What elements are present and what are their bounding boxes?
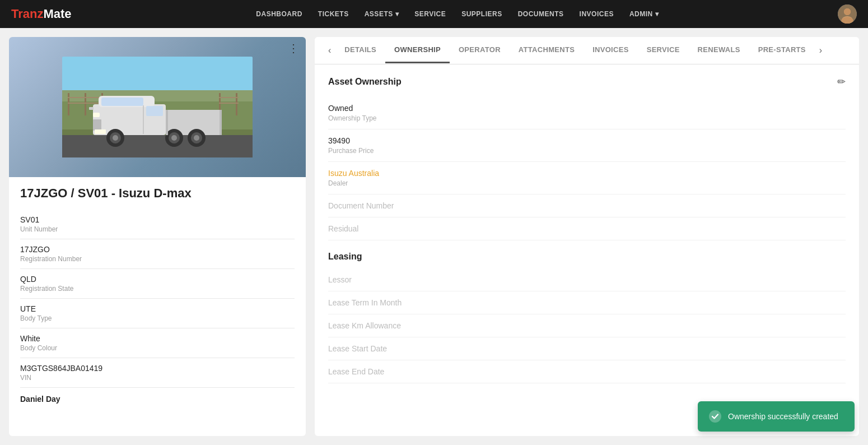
nav-suppliers[interactable]: SUPPLIERS xyxy=(461,10,502,18)
svg-point-26 xyxy=(113,135,118,141)
residual-field: Residual xyxy=(328,217,846,240)
user-avatar[interactable] xyxy=(838,4,857,24)
asset-image: ⋮ xyxy=(9,37,306,177)
lease-start-field: Lease Start Date xyxy=(328,337,846,360)
leasing-title: Leasing xyxy=(328,252,846,262)
purchase-price-value: 39490 xyxy=(328,136,846,145)
truck-svg xyxy=(62,57,253,157)
lease-term-value: Lease Term In Month xyxy=(328,298,846,307)
svg-rect-9 xyxy=(62,135,253,157)
nav-invoices[interactable]: INVOICES xyxy=(580,10,614,18)
nav-links: DASHBOARD TICKETS ASSETS ▾ SERVICE SUPPL… xyxy=(94,10,821,18)
svg-rect-17 xyxy=(219,97,239,98)
navbar: TranzMate DASHBOARD TICKETS ASSETS ▾ SER… xyxy=(0,0,868,28)
svg-rect-23 xyxy=(146,106,163,116)
svg-point-3 xyxy=(844,8,851,15)
svg-rect-35 xyxy=(95,129,106,134)
tabs-prev-button[interactable]: ‹ xyxy=(324,37,335,64)
svg-rect-34 xyxy=(93,119,101,131)
nav-admin[interactable]: ADMIN ▾ xyxy=(629,10,659,18)
tab-invoices[interactable]: INVOICES xyxy=(584,38,638,63)
dealer-label: Dealer xyxy=(328,179,846,187)
svg-rect-14 xyxy=(236,93,237,115)
nav-service[interactable]: SERVICE xyxy=(414,10,446,18)
asset-title: 17JZGO / SV01 - Isuzu D-max xyxy=(20,186,295,201)
admin-dropdown-icon: ▾ xyxy=(655,10,659,18)
field-body-colour: White Body Colour xyxy=(20,328,295,358)
svg-rect-15 xyxy=(68,97,104,98)
lease-km-value: Lease Km Allowance xyxy=(328,321,846,330)
svg-rect-37 xyxy=(220,110,222,135)
document-number-field: Document Number xyxy=(328,194,846,217)
lessor-field: Lessor xyxy=(328,268,846,291)
nav-assets[interactable]: ASSETS ▾ xyxy=(365,10,399,18)
document-number-value: Document Number xyxy=(328,201,846,210)
svg-rect-39 xyxy=(89,107,94,110)
assets-dropdown-icon: ▾ xyxy=(395,10,399,18)
tab-details[interactable]: DETAILS xyxy=(335,38,385,63)
asset-left-content: 17JZGO / SV01 - Isuzu D-max SV01 Unit Nu… xyxy=(9,177,306,416)
tab-pre-starts[interactable]: PRE-STARTS xyxy=(749,38,815,63)
field-registration-state: QLD Registration State xyxy=(20,269,295,299)
ownership-type-value: Owned xyxy=(328,104,846,113)
more-options-button[interactable]: ⋮ xyxy=(288,43,299,54)
lease-term-field: Lease Term In Month xyxy=(328,291,846,314)
lessor-value: Lessor xyxy=(328,275,846,284)
field-body-type: UTE Body Type xyxy=(20,299,295,328)
main-container: ⋮ 17JZGO / SV01 - Isuzu D-max SV01 Unit … xyxy=(0,28,868,445)
ownership-type-field: Owned Ownership Type xyxy=(328,97,846,129)
nav-tickets[interactable]: TICKETS xyxy=(318,10,349,18)
tab-renewals[interactable]: RENEWALS xyxy=(689,38,749,63)
svg-rect-36 xyxy=(166,110,168,135)
ownership-section-header: Asset Ownership ✏ xyxy=(328,76,846,88)
pencil-icon: ✏ xyxy=(837,76,846,87)
field-vin: M3GTGS864JBA01419 VIN xyxy=(20,358,295,388)
ownership-content: Asset Ownership ✏ Owned Ownership Type 3… xyxy=(315,64,859,436)
asset-left-panel: ⋮ 17JZGO / SV01 - Isuzu D-max SV01 Unit … xyxy=(9,37,306,436)
svg-rect-10 xyxy=(68,93,69,115)
brand-tranz: Tranz xyxy=(11,7,43,21)
lease-km-field: Lease Km Allowance xyxy=(328,314,846,337)
svg-rect-18 xyxy=(219,103,239,104)
ownership-type-label: Ownership Type xyxy=(328,114,846,122)
lease-end-value: Lease End Date xyxy=(328,367,846,376)
svg-rect-22 xyxy=(101,98,143,106)
field-contact: Daniel Day xyxy=(20,388,295,407)
tab-attachments[interactable]: ATTACHMENTS xyxy=(510,38,584,63)
svg-point-32 xyxy=(194,135,199,141)
purchase-price-label: Purchase Price xyxy=(328,147,846,155)
asset-right-panel: ‹ DETAILS OWNERSHIP OPERATOR ATTACHMENTS… xyxy=(315,37,859,436)
field-unit-number: SV01 Unit Number xyxy=(20,210,295,239)
toast-check-icon xyxy=(709,410,721,423)
brand-mate: Mate xyxy=(43,7,71,21)
toast-message: Ownership successfully created xyxy=(728,412,838,421)
edit-ownership-button[interactable]: ✏ xyxy=(837,76,846,88)
nav-documents[interactable]: DOCUMENTS xyxy=(518,10,564,18)
tabs-bar: ‹ DETAILS OWNERSHIP OPERATOR ATTACHMENTS… xyxy=(315,37,859,64)
nav-right xyxy=(838,4,857,24)
field-registration-number: 17JZGO Registration Number xyxy=(20,239,295,269)
tab-operator[interactable]: OPERATOR xyxy=(450,38,510,63)
lease-start-value: Lease Start Date xyxy=(328,344,846,353)
residual-value: Residual xyxy=(328,224,846,233)
tab-ownership[interactable]: OWNERSHIP xyxy=(385,38,450,63)
ownership-section-title: Asset Ownership xyxy=(328,77,402,87)
svg-rect-11 xyxy=(85,93,86,115)
nav-dashboard[interactable]: DASHBOARD xyxy=(256,10,302,18)
svg-rect-33 xyxy=(93,113,100,117)
brand-logo[interactable]: TranzMate xyxy=(11,7,72,21)
tabs-next-button[interactable]: › xyxy=(815,37,827,64)
dealer-value[interactable]: Isuzu Australia xyxy=(328,169,846,178)
lease-end-field: Lease End Date xyxy=(328,360,846,383)
purchase-price-field: 39490 Purchase Price xyxy=(328,129,846,162)
leasing-section: Leasing Lessor Lease Term In Month Lease… xyxy=(328,252,846,383)
tab-service[interactable]: SERVICE xyxy=(638,38,689,63)
success-toast: Ownership successfully created xyxy=(698,401,855,432)
svg-point-29 xyxy=(171,135,177,141)
dealer-field: Isuzu Australia Dealer xyxy=(328,162,846,194)
